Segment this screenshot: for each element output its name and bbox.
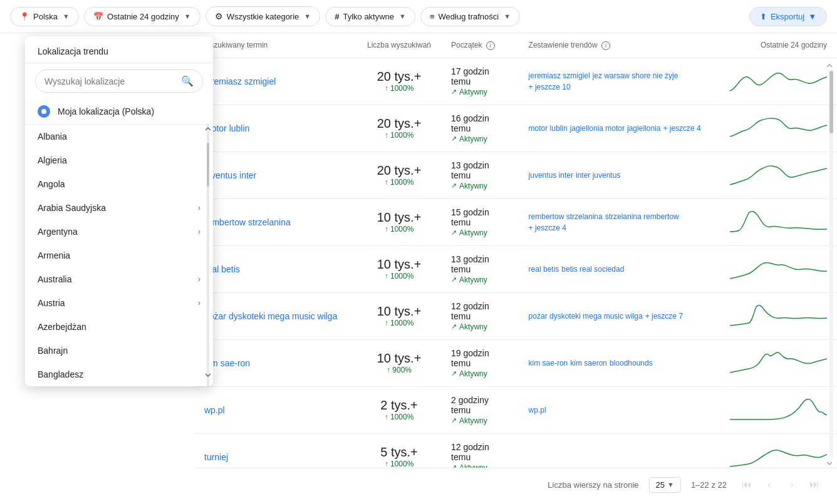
dropdown-scrollbar-track <box>207 124 209 386</box>
sort-filter[interactable]: ≡ Według trafności ▼ <box>420 7 520 26</box>
location-filter-label: Polska <box>33 12 58 21</box>
more-trends-link[interactable]: + jeszcze 10 <box>529 83 571 91</box>
table-row: jeremiasz szmigiel 20 tys.+ ↑ 1000% 17 g… <box>194 58 837 105</box>
trend-tag[interactable]: juventus inter <box>529 171 573 180</box>
search-count: 5 tys.+ <box>367 445 431 460</box>
trend-tag[interactable]: wp.pl <box>529 406 546 414</box>
trend-tag[interactable]: jagiellonia motor <box>570 124 625 133</box>
country-name: Armenia <box>38 250 70 260</box>
search-term-text[interactable]: pożar dyskoteki mega music wilga <box>204 311 337 321</box>
country-list-item[interactable]: Azerbejdżan <box>25 315 213 339</box>
location-filter[interactable]: 📍 Polska ▼ <box>10 7 79 26</box>
more-trends-link[interactable]: + jeszcze 7 <box>645 312 683 321</box>
trend-tag[interactable]: jagiellonia <box>627 124 660 133</box>
trend-tags: juventus interinter juventus <box>529 171 710 180</box>
search-term-text[interactable]: turniej <box>204 452 228 462</box>
trend-tag[interactable]: pożar dyskoteki mega music wilga <box>529 312 643 321</box>
trend-tag[interactable]: jeremiasz szmigiel <box>529 71 590 80</box>
search-count: 20 tys.+ <box>367 69 431 84</box>
table-scroll-down-arrow[interactable] <box>824 458 834 468</box>
trend-tag[interactable]: betis real sociedad <box>561 265 624 274</box>
last-page-button[interactable]: ⏭ <box>804 475 824 495</box>
trend-tag[interactable]: kim saeron <box>570 359 607 368</box>
country-list-item[interactable]: Angola <box>25 172 213 196</box>
scroll-down-arrow[interactable] <box>203 370 213 380</box>
location-search-input[interactable] <box>44 76 176 86</box>
rows-select-chevron-icon: ▼ <box>667 481 674 488</box>
more-trends-link[interactable]: + jeszcze 4 <box>529 224 566 232</box>
search-icon: 🔍 <box>181 75 194 87</box>
sparkline-cell <box>720 105 837 152</box>
search-growth: ↑ 1000% <box>367 460 431 468</box>
rows-per-page-label: Liczba wierszy na stronie <box>548 480 638 490</box>
export-icon: ⬆ <box>760 12 767 21</box>
toolbar: 📍 Polska ▼ 📅 Ostatnie 24 godziny ▼ ⚙ Wsz… <box>0 0 837 33</box>
active-badge: Aktywny <box>451 88 509 96</box>
search-count: 10 tys.+ <box>367 257 431 272</box>
scroll-up-arrow[interactable] <box>203 124 213 134</box>
categories-filter[interactable]: ⚙ Wszystkie kategorie ▼ <box>205 6 320 26</box>
table-row: kim sae-ron 10 tys.+ ↑ 900% 19 godzin te… <box>194 339 837 386</box>
trend-tag[interactable]: motor lublin <box>529 124 568 133</box>
search-count: 2 tys.+ <box>367 398 431 413</box>
search-term-text[interactable]: jeremiasz szmigiel <box>204 76 276 86</box>
current-location-label: Moja lokalizacja (Polska) <box>58 106 154 116</box>
dropdown-scrollbar-thumb <box>207 143 209 187</box>
first-page-button[interactable]: ⏮ <box>737 475 757 495</box>
search-term-text[interactable]: wp.pl <box>204 405 225 415</box>
country-name: Bahrajn <box>38 346 68 356</box>
table-scroll-up-arrow[interactable] <box>824 61 834 71</box>
rows-per-page-select[interactable]: 25 ▼ <box>649 477 681 493</box>
time-text: 15 godzin temu <box>451 207 509 227</box>
country-name: Australia <box>38 274 71 284</box>
time-text: 12 godzin temu <box>451 442 509 462</box>
location-dot-icon <box>38 105 50 118</box>
trend-tag[interactable]: bloodhounds <box>610 359 653 368</box>
country-list-item[interactable]: Armenia <box>25 244 213 267</box>
table-wrapper: Wyszukiwany termin Liczba wyszukiwań Poc… <box>194 33 837 468</box>
search-growth: ↑ 1000% <box>367 272 431 280</box>
table-row: turniej 5 tys.+ ↑ 1000% 12 godzin temu A… <box>194 433 837 468</box>
country-list-item[interactable]: Bahrajn <box>25 339 213 363</box>
table-row: pożar dyskoteki mega music wilga 10 tys.… <box>194 292 837 339</box>
search-count: 10 tys.+ <box>367 210 431 225</box>
next-page-button[interactable]: › <box>782 475 802 495</box>
trend-tags: motor lublinjagiellonia motorjagiellonia… <box>529 124 710 133</box>
search-count: 20 tys.+ <box>367 116 431 131</box>
col-trends: Zestawienie trendów i <box>519 33 720 58</box>
country-name: Arabia Saudyjska <box>38 203 106 213</box>
search-term-text[interactable]: rembertow strzelanina <box>204 217 291 227</box>
active-badge: Aktywny <box>451 322 509 331</box>
export-button[interactable]: ⬆ Eksportuj ▼ <box>749 7 827 26</box>
time-filter-label: Ostatnie 24 godziny <box>107 12 179 21</box>
trend-tag[interactable]: inter juventus <box>576 171 620 180</box>
country-name: Argentyna <box>38 227 78 237</box>
status-filter[interactable]: # Tylko aktywne ▼ <box>325 7 415 26</box>
country-list-item[interactable]: Austria› <box>25 291 213 315</box>
country-list-item[interactable]: Albania <box>25 125 213 148</box>
sparkline-cell <box>720 339 837 386</box>
country-list-item[interactable]: Argentyna› <box>25 220 213 244</box>
trend-tag[interactable]: real betis <box>529 265 559 274</box>
search-growth: ↑ 1000% <box>367 178 431 187</box>
trend-tag[interactable]: rembertow strzelanina <box>529 212 603 221</box>
country-list-item[interactable]: Australia› <box>25 267 213 291</box>
country-name: Azerbejdżan <box>38 322 86 332</box>
more-trends-link[interactable]: + jeszcze 4 <box>663 124 700 133</box>
export-label: Eksportuj <box>771 12 804 21</box>
current-location-item[interactable]: Moja lokalizacja (Polska) <box>25 99 213 125</box>
country-list: AlbaniaAlgieriaAngolaArabia Saudyjska›Ar… <box>25 125 213 386</box>
time-text: 12 godzin temu <box>451 301 509 321</box>
active-badge: Aktywny <box>451 369 509 378</box>
country-list-item[interactable]: Algieria <box>25 148 213 172</box>
country-list-item[interactable]: Arabia Saudyjska› <box>25 196 213 220</box>
chevron-right-icon: › <box>198 299 200 307</box>
trend-tag[interactable]: jez warsaw shore nie żyje <box>593 71 678 80</box>
trend-tag[interactable]: kim sae-ron <box>529 359 568 368</box>
search-growth: ↑ 900% <box>367 366 431 374</box>
table-row: juventus inter 20 tys.+ ↑ 1000% 13 godzi… <box>194 152 837 198</box>
prev-page-button[interactable]: ‹ <box>759 475 779 495</box>
country-list-item[interactable]: Bangladesz <box>25 363 213 386</box>
time-filter[interactable]: 📅 Ostatnie 24 godziny ▼ <box>84 7 200 26</box>
trend-tag[interactable]: strzelanina rembertow <box>605 212 679 221</box>
